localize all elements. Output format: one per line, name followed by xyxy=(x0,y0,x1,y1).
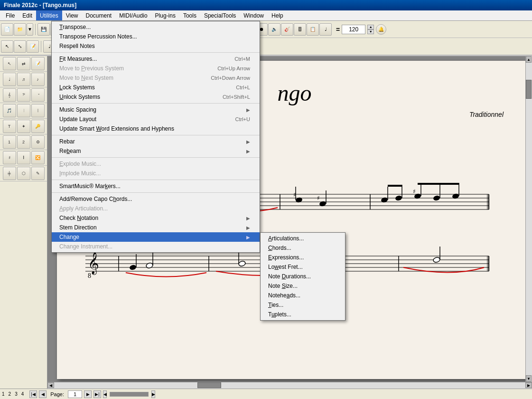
open-btn[interactable]: 📁 xyxy=(14,23,26,36)
menu-item-midi[interactable]: MIDI/Audio xyxy=(115,10,151,20)
submenu-noteheads[interactable]: Noteheads... xyxy=(261,291,345,300)
page1-indicator[interactable]: 1 xyxy=(2,391,5,397)
menu-item-plugins[interactable]: Plug-ins xyxy=(151,10,179,20)
tool-r2[interactable]: ⤡ xyxy=(14,40,26,53)
v-scroll-thumb[interactable] xyxy=(526,80,532,99)
left-tool-3[interactable]: 📝 xyxy=(31,57,45,70)
left-tool-4[interactable]: ♩ xyxy=(3,73,16,86)
page2-indicator[interactable]: 2 xyxy=(9,391,11,397)
menu-update-layout[interactable]: Update Layout Ctrl+U xyxy=(52,114,260,124)
nav-scroll-right[interactable]: ▶ xyxy=(151,390,155,398)
page3-indicator[interactable]: 3 xyxy=(15,391,18,397)
mixer-btn[interactable]: 🎛 xyxy=(294,23,306,36)
left-tool-22[interactable]: ╪ xyxy=(3,167,16,180)
submenu-chords[interactable]: Chords... xyxy=(261,243,345,253)
new-btn[interactable]: 📄 xyxy=(1,23,13,36)
left-tool-21[interactable]: 🔀 xyxy=(31,151,45,164)
menu-change[interactable]: Change ▶ xyxy=(52,232,260,242)
v-scrollbar[interactable]: ▲ ▼ xyxy=(525,56,532,382)
menu-item-utilities[interactable]: Utilities xyxy=(36,10,62,20)
bpm-up[interactable]: ▲ xyxy=(367,25,374,29)
bpm-input[interactable] xyxy=(342,25,365,34)
left-tool-10[interactable]: 🎵 xyxy=(3,104,16,117)
menu-item-file[interactable]: File xyxy=(2,10,19,20)
menu-add-capo[interactable]: Add/Remove Capo Chords... xyxy=(52,194,260,204)
open-arrow-btn[interactable]: ▼ xyxy=(27,23,33,36)
menu-respell[interactable]: Respell Notes xyxy=(52,41,260,51)
menu-item-document[interactable]: Document xyxy=(82,10,116,20)
left-tool-18[interactable]: ⚙ xyxy=(31,135,45,149)
nav-prev[interactable]: ◀ xyxy=(39,390,47,398)
menu-fit-measures[interactable]: Fit Measures... Ctrl+M xyxy=(52,54,260,64)
left-tool-1[interactable]: ↖ xyxy=(3,57,16,70)
menu-item-help[interactable]: Help xyxy=(268,10,287,20)
submenu-lowest-fret[interactable]: Lowest Fret... xyxy=(261,262,345,272)
v-scroll-up[interactable]: ▲ xyxy=(526,56,532,63)
menu-rebar[interactable]: Rebar ▶ xyxy=(52,137,260,146)
menu-transpose[interactable]: Transpose... xyxy=(52,22,260,32)
menu-update-smart[interactable]: Update Smart Word Extensions and Hyphens xyxy=(52,124,260,133)
menu-transpose-perc[interactable]: Transpose Percussion Notes... xyxy=(52,32,260,41)
h-scroll-left[interactable]: ◀ xyxy=(47,382,54,388)
left-tool-9[interactable]: 𝄻 xyxy=(31,88,45,102)
nav-last[interactable]: ▶| xyxy=(93,390,101,398)
submenu-note-durations[interactable]: Note Durations... xyxy=(261,272,345,281)
page-scrollbar-track[interactable] xyxy=(110,392,149,397)
nav-next[interactable]: ▶ xyxy=(84,390,92,398)
left-tool-23[interactable]: ⬡ xyxy=(17,167,30,180)
staff-btn[interactable]: 📋 xyxy=(307,23,319,36)
page-number-input[interactable] xyxy=(68,390,82,398)
submenu-note-size[interactable]: Note Size... xyxy=(261,281,345,291)
left-tool-20[interactable]: 𝄃 xyxy=(17,151,30,164)
menu-item-edit[interactable]: Edit xyxy=(19,10,36,20)
menu-item-specialtools[interactable]: SpecialTools xyxy=(200,10,240,20)
page4-indicator[interactable]: 4 xyxy=(21,391,24,397)
menu-item-window[interactable]: Window xyxy=(240,10,268,20)
menu-check-notation[interactable]: Check Notation ▶ xyxy=(52,213,260,223)
v-scroll-down[interactable]: ▼ xyxy=(526,375,532,382)
menu-rebeam[interactable]: Rebeam ▶ xyxy=(52,146,260,156)
submenu-tuplets[interactable]: Tuplets... xyxy=(261,310,345,319)
metronome-btn[interactable]: ♩ xyxy=(319,23,332,36)
submenu-articulations[interactable]: Articulations... xyxy=(261,234,345,243)
patch-btn[interactable]: 🎸 xyxy=(281,23,293,36)
tool-r3[interactable]: 📝 xyxy=(27,40,39,53)
nav-first[interactable]: |◀ xyxy=(29,390,37,398)
menu-change-instrument[interactable]: Change Instrument... xyxy=(52,242,260,251)
left-tool-14[interactable]: ✦ xyxy=(17,120,30,133)
left-tool-6[interactable]: ♪ xyxy=(31,73,45,86)
left-tool-13[interactable]: T xyxy=(3,120,16,133)
left-tool-11[interactable]: 𝄀 xyxy=(17,104,30,117)
menu-unlock-systems[interactable]: Unlock Systems Ctrl+Shift+L xyxy=(52,92,260,102)
left-tool-17[interactable]: 2 xyxy=(17,135,30,149)
menu-implode[interactable]: Implode Music... xyxy=(52,169,260,178)
save-btn[interactable]: 💾 xyxy=(37,23,50,36)
left-tool-7[interactable]: 𝄞 xyxy=(3,88,16,102)
bpm-down[interactable]: ▼ xyxy=(367,29,374,34)
menu-music-spacing[interactable]: Music Spacing ▶ xyxy=(52,105,260,114)
menu-move-prev[interactable]: Move to Previous System Ctrl+Up Arrow xyxy=(52,64,260,73)
menu-apply-artic[interactable]: Apply Articulation... xyxy=(52,204,260,213)
left-tool-16[interactable]: 1 xyxy=(3,135,16,149)
speaker-btn[interactable]: 🔈 xyxy=(268,23,280,36)
menu-smartmusic[interactable]: SmartMusic® Markers... xyxy=(52,181,260,191)
menu-move-next[interactable]: Move to Next System Ctrl+Down Arrow xyxy=(52,73,260,83)
menu-lock-systems[interactable]: Lock Systems Ctrl+L xyxy=(52,83,260,92)
left-tool-12[interactable]: 𝄁 xyxy=(31,104,45,117)
menu-item-tools[interactable]: Tools xyxy=(179,10,200,20)
menu-item-view[interactable]: View xyxy=(62,10,82,20)
left-tool-5[interactable]: ♬ xyxy=(17,73,30,86)
tool-r1[interactable]: ↖ xyxy=(1,40,13,53)
left-tool-24[interactable]: ✎ xyxy=(31,167,45,180)
h-scroll-thumb[interactable] xyxy=(197,382,221,388)
page-scrollbar-thumb[interactable] xyxy=(110,392,148,396)
left-tool-15[interactable]: 🔑 xyxy=(31,120,45,133)
left-tool-8[interactable]: 𝄢 xyxy=(17,88,30,102)
left-tool-19[interactable]: ♯ xyxy=(3,151,16,164)
metronome-sound-btn[interactable]: 🔔 xyxy=(376,24,386,35)
h-scrollbar[interactable]: ◀ ▶ xyxy=(47,382,532,389)
h-scroll-right[interactable]: ▶ xyxy=(525,382,532,388)
left-tool-2[interactable]: ⇄ xyxy=(17,57,30,70)
menu-stem-direction[interactable]: Stem Direction ▶ xyxy=(52,223,260,232)
submenu-ties[interactable]: Ties... xyxy=(261,300,345,310)
